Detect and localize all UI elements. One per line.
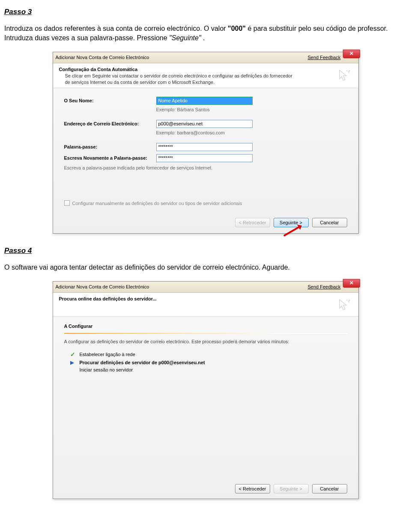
dialog-header: Procura online das definições do servido… [53, 293, 358, 317]
send-feedback-link[interactable]: Send Feedback [307, 55, 340, 60]
cancel-button[interactable]: Cancelar [312, 484, 347, 493]
name-input[interactable] [156, 97, 253, 105]
next-button[interactable]: Seguinte > [274, 218, 309, 227]
step-2-row: ▶ Procurar definições de servidor de p00… [64, 359, 347, 366]
cancel-button[interactable]: Cancelar [312, 218, 347, 227]
password-hint: Escreva a palavra-passe indicada pelo fo… [64, 165, 213, 170]
next-button: Seguinte > [274, 484, 309, 493]
dialog-header: Configuração da Conta Automática Se clic… [53, 63, 358, 89]
step-3-row: Iniciar sessão no servidor [64, 366, 347, 373]
add-account-dialog-2: Adicionar Nova Conta de Correio Electrón… [53, 281, 359, 499]
email-input[interactable] [156, 120, 253, 128]
check-icon: ✓ [70, 351, 80, 358]
passo3-text-suffix: . [203, 34, 205, 42]
window-title: Adicionar Nova Conta de Correio Electrón… [56, 55, 308, 60]
back-button: < Retroceder [235, 218, 270, 227]
passo3-text-italic: "Seguinte" [169, 34, 201, 42]
header-title: Procura online das definições do servido… [59, 296, 352, 301]
cursor-icon [337, 298, 352, 313]
titlebar[interactable]: Adicionar Nova Conta de Correio Electrón… [53, 52, 358, 63]
send-feedback-link[interactable]: Send Feedback [307, 284, 340, 289]
password-input[interactable] [156, 143, 253, 151]
password2-label: Escreva Novamente a Palavra-passe: [64, 155, 156, 160]
password-label: Palavra-passe: [64, 144, 156, 149]
step-1-row: ✓ Estabelecer ligação à rede [64, 350, 347, 359]
section-title: A Configurar [64, 324, 347, 329]
passo3-heading: Passo 3 [4, 8, 407, 16]
name-example: Exemplo: Bárbara Santos [156, 107, 210, 112]
arrow-right-icon: ▶ [70, 360, 80, 366]
email-example: Exemplo: barbara@contoso.com [156, 130, 225, 135]
passo3-text-bold: "000" [228, 25, 246, 32]
step-1-label: Estabelecer ligação à rede [80, 352, 135, 357]
step-3-label: Iniciar sessão no servidor [80, 367, 133, 372]
password2-input[interactable] [156, 154, 253, 162]
email-label: Endereço de Correio Electrónico: [64, 121, 156, 126]
header-subtitle: Se clicar em Seguinte vai contactar o se… [59, 73, 299, 86]
add-account-dialog-1: Adicionar Nova Conta de Correio Electrón… [53, 52, 359, 234]
checkbox-label: Configurar manualmente as definições do … [72, 201, 242, 206]
header-title: Configuração da Conta Automática [59, 67, 352, 72]
passo4-heading: Passo 4 [4, 247, 407, 255]
checkbox-icon[interactable] [64, 200, 70, 206]
cursor-icon [337, 68, 352, 84]
titlebar[interactable]: Adicionar Nova Conta de Correio Electrón… [53, 282, 358, 293]
back-button[interactable]: < Retroceder [235, 484, 270, 493]
passo4-text: O software vai agora tentar detectar as … [4, 263, 407, 272]
passo3-text: Introduza os dados referentes à sua cont… [4, 24, 407, 43]
dialog-body: A Configurar A configurar as definições … [53, 317, 358, 499]
close-icon[interactable]: ✕ [343, 50, 360, 58]
status-description: A configurar as definições do servidor d… [64, 339, 347, 344]
passo3-text-prefix: Introduza os dados referentes à sua cont… [4, 25, 228, 32]
step-2-label: Procurar definições de servidor de p000@… [80, 360, 205, 365]
window-title: Adicionar Nova Conta de Correio Electrón… [56, 284, 308, 289]
manual-config-checkbox[interactable]: Configurar manualmente as definições do … [64, 200, 347, 206]
divider-line [64, 333, 347, 334]
name-label: O Seu Nome: [64, 98, 156, 103]
close-icon[interactable]: ✕ [343, 279, 360, 288]
dialog-body: O Seu Nome: Exemplo: Bárbara Santos Ende… [53, 88, 358, 233]
